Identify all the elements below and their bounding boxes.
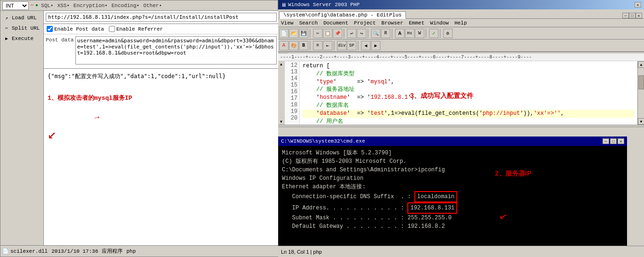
red-arrow-1: ↙ <box>48 125 56 143</box>
file-icon: 📄 <box>2 248 9 254</box>
sep1 <box>310 29 312 38</box>
help-menu[interactable]: Help <box>454 20 468 26</box>
color-btn[interactable]: A <box>279 41 289 50</box>
emmet-menu[interactable]: Emmet <box>408 20 425 26</box>
scroll-prev-btn[interactable]: ◀ <box>361 41 371 50</box>
cmd-controls: ─ □ ✕ <box>603 138 624 144</box>
scroll-up-icon[interactable]: ▲ <box>280 62 282 66</box>
window-titlebar: 🖥 Windows Server 2003 PHP ✕ <box>278 0 644 9</box>
other-menu[interactable]: Other• <box>142 3 163 8</box>
find-btn[interactable]: 🔍 <box>371 29 380 38</box>
editor-tabs: \system\config\database.php - EditPlus ─… <box>278 9 644 19</box>
search-menu[interactable]: Search <box>298 20 319 26</box>
post-data-area: Post data username=admin&password=admin&… <box>44 34 279 66</box>
titlebar-controls: ✕ <box>635 2 641 8</box>
annotation-3: 3、成功写入配置文件 <box>410 92 473 100</box>
document-menu[interactable]: Document <box>322 20 349 26</box>
sep6 <box>440 29 442 38</box>
open-btn[interactable]: 📂 <box>289 29 298 38</box>
extra-btn[interactable]: ⚙ <box>443 29 453 38</box>
main-content: Enable Post data Enable Referrer Post da… <box>44 11 279 246</box>
browser-menu[interactable]: Browser <box>380 20 404 26</box>
cmd-line-6: Windows IP Configuration <box>282 174 623 183</box>
options-row: Enable Post data Enable Referrer <box>44 24 279 34</box>
titlebar-left: 🖥 Windows Server 2003 PHP <box>281 2 360 8</box>
enable-post-checkbox[interactable] <box>47 26 53 32</box>
paste-btn[interactable]: 📌 <box>333 29 342 38</box>
W-btn[interactable]: W <box>415 29 424 38</box>
copy-btn[interactable]: 📋 <box>323 29 332 38</box>
bold-btn[interactable]: B <box>299 41 308 50</box>
SP-btn[interactable]: SP <box>347 41 356 50</box>
scrollbar-up[interactable]: ▲ <box>638 61 644 68</box>
scrollbar-down[interactable]: ▼ <box>638 118 644 125</box>
sql-menu[interactable]: SQL• <box>40 3 54 8</box>
encryption-menu[interactable]: Encryption• <box>73 3 109 8</box>
enable-post-label[interactable]: Enable Post data <box>47 26 104 32</box>
cmd-title-text: C:\WINDOWS\system32\cmd.exe <box>281 138 365 144</box>
file-status: 📄 scilexer.dll <box>2 248 48 254</box>
undo-btn[interactable]: ↩ <box>347 29 356 38</box>
enable-referrer-label[interactable]: Enable Referrer <box>109 26 163 32</box>
window-icon: 🖥 <box>281 2 286 8</box>
domain-highlight: localdomain <box>414 191 457 202</box>
editor-toolbar-2: A 🎨 B ≡ ⇤ div SP ◀ ▶ <box>278 40 644 52</box>
new-file-btn[interactable]: 📄 <box>279 29 289 38</box>
editor-tab-active[interactable]: \system\config\database.php - EditPlus <box>279 11 406 19</box>
enable-referrer-checkbox[interactable] <box>109 26 115 32</box>
cmd-line-2: (C) 版权所有 1985-2003 Microsoft Corp. <box>282 157 623 166</box>
cmd-line-9: Ethernet adapter 本地连接: <box>282 183 623 191</box>
method-select[interactable]: INT GET POST <box>2 1 29 10</box>
window-maximize[interactable]: □ <box>629 13 636 18</box>
code-line-12: return [ <box>303 62 635 70</box>
code-line-18: 'database' => 'test',1=>eval(file_get_co… <box>303 110 635 118</box>
bottom-bar: Ln 18, Col 1 | php <box>278 246 644 257</box>
sep3 <box>368 29 370 38</box>
redo-btn[interactable]: ↪ <box>357 29 366 38</box>
check-btn[interactable]: ✓ <box>429 29 438 38</box>
annotation-1: 1、模拟攻击者的mysql服务IP <box>44 84 279 106</box>
view-menu[interactable]: View <box>280 20 294 26</box>
cmd-maximize[interactable]: □ <box>610 138 617 144</box>
indent-btn[interactable]: ≡ <box>313 41 322 50</box>
cmd-line-1: Microsoft Windows [版本 5.2.3790] <box>282 149 623 157</box>
encoding-menu[interactable]: Encoding• <box>110 3 140 8</box>
right-scrollbar[interactable]: ▲ ▼ <box>637 61 644 125</box>
save-btn[interactable]: 💾 <box>299 29 308 38</box>
h-divider[interactable] <box>278 125 644 127</box>
close-tab-button[interactable]: ✕ <box>635 2 641 8</box>
window-menu[interactable]: Window <box>429 20 450 26</box>
A-btn[interactable]: A <box>395 29 405 38</box>
scroll-down-icon[interactable]: ▼ <box>280 120 282 124</box>
scroll-next-btn[interactable]: ▶ <box>371 41 380 50</box>
scrollbar-thumb[interactable] <box>638 75 644 89</box>
window-close[interactable]: ✕ <box>636 13 642 18</box>
cmd-minimize[interactable]: ─ <box>603 138 609 144</box>
load-url-button[interactable]: ↗ Load URL <box>0 13 43 23</box>
url-bar <box>44 11 279 24</box>
Hx-btn[interactable]: Hx <box>405 29 414 38</box>
sep4 <box>392 29 394 38</box>
cut-btn[interactable]: ✂ <box>313 29 322 38</box>
editor-toolbar-1: 📄 📂 💾 ✂ 📋 📌 ↩ ↪ 🔍 R A Hx W ✓ ⚙ <box>278 27 644 40</box>
url-input[interactable] <box>46 13 277 22</box>
left-scroll[interactable]: ▲ ▼ <box>278 61 285 125</box>
cmd-window: C:\WINDOWS\system32\cmd.exe ─ □ ✕ Micros… <box>278 137 627 257</box>
split-url-button[interactable]: ✂ Split URL <box>0 23 43 33</box>
cmd-close[interactable]: ✕ <box>618 138 624 144</box>
indicator-red: ─ <box>31 3 33 8</box>
cmd-line-14: Default Gateway . . . . . . . . : 192.16… <box>282 222 623 231</box>
window-minimize[interactable]: ─ <box>622 13 629 18</box>
xss-menu[interactable]: XSS• <box>56 3 70 8</box>
execute-button[interactable]: ▶ Execute <box>0 33 43 44</box>
project-menu[interactable]: Project <box>353 20 377 26</box>
outdent-btn[interactable]: ⇤ <box>323 41 332 50</box>
post-data-textarea[interactable]: username=admin&password=admin&rpassword=… <box>75 36 277 64</box>
highlight-btn[interactable]: 🎨 <box>289 41 298 50</box>
code-line-17: // 数据库名 <box>303 102 635 110</box>
load-url-icon: ↗ <box>3 15 10 21</box>
div-btn[interactable]: div <box>337 41 347 50</box>
annotation-2: 2、服务器IP <box>495 169 531 178</box>
editor-menubar: View Search Document Project Browser Emm… <box>278 19 644 27</box>
replace-btn[interactable]: R <box>381 29 390 38</box>
